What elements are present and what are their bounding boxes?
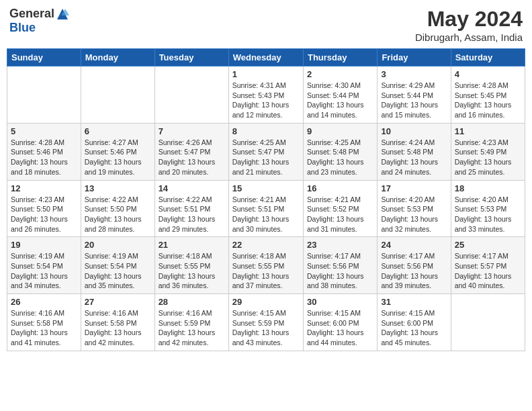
calendar-cell: 13Sunrise: 4:22 AM Sunset: 5:50 PM Dayli… (81, 180, 154, 237)
calendar-cell: 29Sunrise: 4:15 AM Sunset: 5:59 PM Dayli… (228, 294, 303, 351)
day-number: 12 (11, 183, 77, 193)
day-number: 11 (455, 126, 521, 136)
month-year-title: May 2024 (415, 7, 523, 32)
calendar-cell: 23Sunrise: 4:17 AM Sunset: 5:56 PM Dayli… (303, 237, 377, 294)
calendar-table: SundayMondayTuesdayWednesdayThursdayFrid… (7, 48, 525, 351)
calendar-cell: 10Sunrise: 4:24 AM Sunset: 5:48 PM Dayli… (378, 123, 451, 180)
day-info: Sunrise: 4:18 AM Sunset: 5:55 PM Dayligh… (232, 251, 300, 291)
day-info: Sunrise: 4:22 AM Sunset: 5:51 PM Dayligh… (159, 195, 225, 234)
day-number: 14 (159, 183, 225, 193)
day-number: 10 (381, 126, 447, 136)
day-info: Sunrise: 4:27 AM Sunset: 5:46 PM Dayligh… (85, 138, 151, 177)
calendar-cell: 20Sunrise: 4:19 AM Sunset: 5:54 PM Dayli… (81, 237, 154, 294)
day-info: Sunrise: 4:30 AM Sunset: 5:44 PM Dayligh… (307, 81, 373, 120)
day-number: 27 (85, 297, 151, 307)
title-section: May 2024 Dibrugarh, Assam, India (415, 7, 523, 43)
calendar-cell: 8Sunrise: 4:25 AM Sunset: 5:47 PM Daylig… (228, 123, 303, 180)
day-info: Sunrise: 4:29 AM Sunset: 5:44 PM Dayligh… (381, 81, 447, 120)
day-info: Sunrise: 4:28 AM Sunset: 5:45 PM Dayligh… (455, 81, 521, 120)
calendar-week-row: 12Sunrise: 4:23 AM Sunset: 5:50 PM Dayli… (7, 180, 525, 237)
day-info: Sunrise: 4:26 AM Sunset: 5:47 PM Dayligh… (159, 138, 225, 177)
calendar-cell: 26Sunrise: 4:16 AM Sunset: 5:58 PM Dayli… (7, 294, 81, 351)
day-number: 24 (381, 240, 447, 250)
day-info: Sunrise: 4:25 AM Sunset: 5:48 PM Dayligh… (307, 138, 373, 177)
day-number: 28 (159, 297, 225, 307)
day-number: 6 (85, 126, 151, 136)
page-header: General Blue May 2024 Dibrugarh, Assam, … (7, 7, 525, 43)
day-info: Sunrise: 4:25 AM Sunset: 5:47 PM Dayligh… (232, 138, 300, 177)
day-number: 21 (159, 240, 225, 250)
calendar-cell (7, 66, 81, 124)
calendar-week-row: 19Sunrise: 4:19 AM Sunset: 5:54 PM Dayli… (7, 237, 525, 294)
calendar-cell: 18Sunrise: 4:20 AM Sunset: 5:53 PM Dayli… (451, 180, 525, 237)
day-info: Sunrise: 4:22 AM Sunset: 5:50 PM Dayligh… (85, 195, 151, 234)
weekday-header-wednesday: Wednesday (228, 49, 303, 66)
day-info: Sunrise: 4:15 AM Sunset: 6:00 PM Dayligh… (381, 308, 447, 348)
calendar-cell (154, 66, 228, 124)
day-info: Sunrise: 4:21 AM Sunset: 5:52 PM Dayligh… (307, 195, 373, 234)
calendar-cell: 7Sunrise: 4:26 AM Sunset: 5:47 PM Daylig… (154, 123, 228, 180)
weekday-header-tuesday: Tuesday (154, 49, 228, 66)
day-number: 16 (307, 183, 373, 193)
calendar-cell: 15Sunrise: 4:21 AM Sunset: 5:51 PM Dayli… (228, 180, 303, 237)
calendar-cell: 4Sunrise: 4:28 AM Sunset: 5:45 PM Daylig… (451, 66, 525, 124)
logo: General Blue (9, 7, 69, 35)
day-number: 2 (307, 69, 373, 79)
day-number: 1 (232, 69, 300, 79)
day-number: 5 (11, 126, 77, 136)
calendar-cell: 31Sunrise: 4:15 AM Sunset: 6:00 PM Dayli… (378, 294, 451, 351)
day-info: Sunrise: 4:16 AM Sunset: 5:58 PM Dayligh… (85, 308, 151, 348)
calendar-cell: 30Sunrise: 4:15 AM Sunset: 6:00 PM Dayli… (303, 294, 377, 351)
day-number: 30 (307, 297, 373, 307)
day-number: 25 (455, 240, 521, 250)
day-info: Sunrise: 4:17 AM Sunset: 5:56 PM Dayligh… (381, 251, 447, 291)
day-info: Sunrise: 4:20 AM Sunset: 5:53 PM Dayligh… (455, 195, 521, 234)
day-info: Sunrise: 4:23 AM Sunset: 5:50 PM Dayligh… (11, 195, 77, 234)
calendar-cell: 5Sunrise: 4:28 AM Sunset: 5:46 PM Daylig… (7, 123, 81, 180)
calendar-cell: 28Sunrise: 4:16 AM Sunset: 5:59 PM Dayli… (154, 294, 228, 351)
day-number: 8 (232, 126, 300, 136)
calendar-week-row: 26Sunrise: 4:16 AM Sunset: 5:58 PM Dayli… (7, 294, 525, 351)
calendar-cell: 24Sunrise: 4:17 AM Sunset: 5:56 PM Dayli… (378, 237, 451, 294)
calendar-cell: 11Sunrise: 4:23 AM Sunset: 5:49 PM Dayli… (451, 123, 525, 180)
day-number: 18 (455, 183, 521, 193)
calendar-cell (81, 66, 154, 124)
day-number: 20 (85, 240, 151, 250)
day-number: 23 (307, 240, 373, 250)
weekday-header-saturday: Saturday (451, 49, 525, 66)
weekday-header-thursday: Thursday (303, 49, 377, 66)
day-info: Sunrise: 4:23 AM Sunset: 5:49 PM Dayligh… (455, 138, 521, 177)
weekday-header-friday: Friday (378, 49, 451, 66)
calendar-week-row: 1Sunrise: 4:31 AM Sunset: 5:43 PM Daylig… (7, 66, 525, 124)
day-number: 13 (85, 183, 151, 193)
calendar-cell: 9Sunrise: 4:25 AM Sunset: 5:48 PM Daylig… (303, 123, 377, 180)
calendar-cell: 21Sunrise: 4:18 AM Sunset: 5:55 PM Dayli… (154, 237, 228, 294)
day-number: 9 (307, 126, 373, 136)
calendar-cell: 1Sunrise: 4:31 AM Sunset: 5:43 PM Daylig… (228, 66, 303, 124)
day-info: Sunrise: 4:15 AM Sunset: 5:59 PM Dayligh… (232, 308, 300, 348)
calendar-cell: 2Sunrise: 4:30 AM Sunset: 5:44 PM Daylig… (303, 66, 377, 124)
logo-icon (56, 7, 69, 21)
calendar-cell: 19Sunrise: 4:19 AM Sunset: 5:54 PM Dayli… (7, 237, 81, 294)
day-number: 26 (11, 297, 77, 307)
calendar-cell: 6Sunrise: 4:27 AM Sunset: 5:46 PM Daylig… (81, 123, 154, 180)
day-info: Sunrise: 4:20 AM Sunset: 5:53 PM Dayligh… (381, 195, 447, 234)
day-info: Sunrise: 4:19 AM Sunset: 5:54 PM Dayligh… (11, 251, 77, 291)
weekday-header-monday: Monday (81, 49, 154, 66)
day-info: Sunrise: 4:18 AM Sunset: 5:55 PM Dayligh… (159, 251, 225, 291)
day-number: 7 (159, 126, 225, 136)
day-number: 29 (232, 297, 300, 307)
logo-general-text: General (9, 7, 54, 21)
day-info: Sunrise: 4:21 AM Sunset: 5:51 PM Dayligh… (232, 195, 300, 234)
day-number: 22 (232, 240, 300, 250)
calendar-week-row: 5Sunrise: 4:28 AM Sunset: 5:46 PM Daylig… (7, 123, 525, 180)
calendar-cell: 27Sunrise: 4:16 AM Sunset: 5:58 PM Dayli… (81, 294, 154, 351)
calendar-cell: 14Sunrise: 4:22 AM Sunset: 5:51 PM Dayli… (154, 180, 228, 237)
day-info: Sunrise: 4:17 AM Sunset: 5:56 PM Dayligh… (307, 251, 373, 291)
day-info: Sunrise: 4:16 AM Sunset: 5:59 PM Dayligh… (159, 308, 225, 348)
calendar-cell: 12Sunrise: 4:23 AM Sunset: 5:50 PM Dayli… (7, 180, 81, 237)
day-info: Sunrise: 4:19 AM Sunset: 5:54 PM Dayligh… (85, 251, 151, 291)
weekday-header-sunday: Sunday (7, 49, 81, 66)
day-number: 17 (381, 183, 447, 193)
day-info: Sunrise: 4:15 AM Sunset: 6:00 PM Dayligh… (307, 308, 373, 348)
